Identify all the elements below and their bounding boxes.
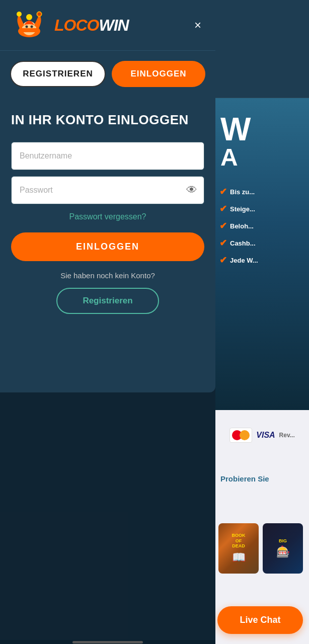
checkmark-item-3: ✔ Beloh... [219,220,258,231]
hero-text-a: A [220,143,238,171]
login-submit-button[interactable]: EINLOGGEN [11,232,204,261]
logo-text: LOCO WIN [54,16,129,35]
close-button[interactable]: × [190,15,205,35]
right-header [215,0,309,98]
visa-stripes [232,430,250,440]
no-account-text: Sie haben noch kein Konto? [11,271,204,280]
game-thumbnails: BOOK OF DEAD 📖 BIG 🎰 [218,523,303,574]
check-text-5: Jede W... [230,257,258,264]
check-text-3: Beloh... [230,222,254,230]
visa-text: VISA [256,431,275,440]
logo-container: LOCO WIN [10,10,129,40]
check-text-2: Steige... [230,205,255,213]
jester-logo-icon [10,10,50,40]
svg-point-3 [31,26,33,28]
forgot-password-link[interactable]: Passwort vergessen? [11,212,204,221]
checkmarks-list: ✔ Bis zu... ✔ Steige... ✔ Beloh... ✔ Cas… [219,186,258,266]
logo-win-text: WIN [99,16,128,35]
form-area: IN IHR KONTO EINLOGGEN 👁 Passwort verges… [0,97,215,329]
checkmark-item-4: ✔ Cashb... [219,237,258,249]
svg-point-8 [18,13,21,16]
password-wrapper: 👁 [11,176,204,204]
check-icon-3: ✔ [219,220,227,231]
game-name-2: BIG 🎰 [274,536,292,561]
home-indicator [72,641,143,643]
checkmark-item-2: ✔ Steige... [219,203,258,214]
check-icon-5: ✔ [219,255,227,266]
check-text-4: Cashb... [230,239,256,247]
check-icon-4: ✔ [219,237,227,249]
game-name-1: BOOK OF DEAD 📖 [230,531,248,566]
live-chat-button[interactable]: Live Chat [217,606,303,634]
bottom-bar [0,640,215,644]
check-text-1: Bis zu... [230,188,255,196]
check-icon-1: ✔ [219,186,227,197]
checkmark-item-1: ✔ Bis zu... [219,186,258,197]
hero-text-w: W [220,113,251,145]
jester-svg [10,10,50,40]
login-nav-button[interactable]: EINLOGGEN [112,61,205,87]
form-title: IN IHR KONTO EINLOGGEN [11,112,204,128]
register-outline-button[interactable]: Registrieren [56,288,159,314]
right-hero-section: W A ✔ Bis zu... ✔ Steige... ✔ Beloh... ✔… [215,98,309,410]
modal-header: LOCO WIN × [0,0,215,51]
mastercard-yellow-circle [240,430,250,440]
live-chat-label: Live Chat [240,615,280,625]
checkmark-item-5: ✔ Jede W... [219,255,258,266]
password-input[interactable] [11,176,204,204]
payment-section: VISA Rev... [215,410,309,460]
revolut-text: Rev... [279,432,295,439]
visa-card-icon [229,428,252,443]
svg-rect-7 [19,28,39,32]
game-thumbnail-2[interactable]: BIG 🎰 [263,523,303,574]
nav-buttons-container: REGISTRIEREN EINLOGGEN [0,51,215,97]
login-modal: LOCO WIN × REGISTRIEREN EINLOGGEN IN IHR… [0,0,215,392]
svg-point-9 [38,13,41,16]
games-section-title: Probieren Sie [216,470,309,488]
password-toggle-icon[interactable]: 👁 [186,184,197,197]
check-icon-2: ✔ [219,203,227,214]
register-button[interactable]: REGISTRIEREN [10,61,106,87]
probieren-sie-text: Probieren Sie [220,474,269,483]
game-thumbnail-1[interactable]: BOOK OF DEAD 📖 [218,523,259,574]
svg-point-10 [27,15,31,19]
svg-point-2 [26,26,28,28]
logo-loco-text: LOCO [54,16,99,35]
username-input[interactable] [11,142,204,170]
